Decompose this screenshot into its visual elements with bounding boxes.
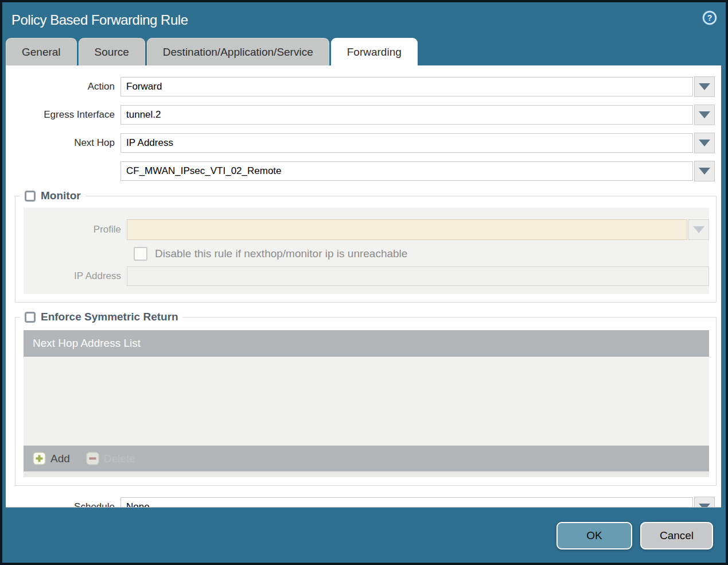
egress-interface-input[interactable] <box>120 105 693 125</box>
chevron-down-icon <box>693 226 704 233</box>
egress-interface-row: Egress Interface <box>6 105 715 125</box>
next-hop-address-list-toolbar: Add Delete <box>24 446 709 471</box>
schedule-row: Schedule <box>6 497 715 508</box>
action-label: Action <box>6 81 120 92</box>
next-hop-address-dropdown-button[interactable] <box>694 161 715 181</box>
disable-rule-row: Disable this rule if nexthop/monitor ip … <box>134 247 709 261</box>
next-hop-label: Next Hop <box>6 137 120 149</box>
disable-rule-checkbox <box>134 247 147 261</box>
delete-button-label: Delete <box>104 452 135 465</box>
delete-button: Delete <box>86 452 135 465</box>
monitor-section-title: Monitor <box>41 189 81 202</box>
tab-bar: General Source Destination/Application/S… <box>6 38 726 65</box>
schedule-label: Schedule <box>6 501 120 508</box>
schedule-input[interactable] <box>120 497 693 508</box>
forwarding-tab-panel: Action Egress Interface Next Hop <box>6 65 721 508</box>
profile-dropdown-button <box>688 219 709 240</box>
tab-source[interactable]: Source <box>79 38 145 65</box>
add-button[interactable]: Add <box>33 452 70 465</box>
chevron-down-icon <box>699 111 710 118</box>
chevron-down-icon <box>699 168 710 175</box>
next-hop-address-row <box>6 161 715 181</box>
dialog-footer: OK Cancel <box>2 508 726 563</box>
profile-row: Profile <box>24 219 709 240</box>
monitor-ip-address-label: IP Address <box>24 270 127 282</box>
next-hop-address-list-table: Next Hop Address List Add <box>24 330 709 477</box>
next-hop-input[interactable] <box>120 133 693 153</box>
svg-text:?: ? <box>707 13 713 22</box>
tab-forwarding[interactable]: Forwarding <box>331 38 418 65</box>
schedule-dropdown-button[interactable] <box>694 497 715 508</box>
plus-icon <box>33 452 46 465</box>
next-hop-dropdown-button[interactable] <box>694 133 715 153</box>
action-input[interactable] <box>120 77 693 96</box>
minus-icon <box>86 452 99 465</box>
tab-destination-application-service[interactable]: Destination/Application/Service <box>147 38 329 65</box>
monitor-ip-address-row: IP Address <box>24 266 709 286</box>
enforce-symmetric-return-title: Enforce Symmetric Return <box>41 311 178 323</box>
chevron-down-icon <box>699 83 710 90</box>
egress-interface-dropdown-button[interactable] <box>694 105 715 125</box>
next-hop-address-list-header: Next Hop Address List <box>24 330 709 357</box>
ok-button[interactable]: OK <box>556 522 632 549</box>
chevron-down-icon <box>699 504 710 508</box>
tab-general[interactable]: General <box>6 38 77 65</box>
profile-label: Profile <box>24 224 127 235</box>
dialog-title: Policy Based Forwarding Rule <box>11 12 188 28</box>
action-row: Action <box>6 76 715 97</box>
monitor-section: Monitor Profile Disable this rule if nex… <box>15 189 717 303</box>
next-hop-address-list-body[interactable] <box>24 357 709 446</box>
chevron-down-icon <box>699 140 710 146</box>
pbf-rule-dialog: Policy Based Forwarding Rule ? General S… <box>0 0 728 565</box>
monitor-checkbox[interactable] <box>25 191 36 202</box>
action-dropdown-button[interactable] <box>694 76 715 97</box>
cancel-button[interactable]: Cancel <box>640 522 713 549</box>
enforce-symmetric-return-section: Enforce Symmetric Return Next Hop Addres… <box>15 311 717 486</box>
next-hop-row: Next Hop <box>6 133 715 153</box>
dialog-titlebar: Policy Based Forwarding Rule ? <box>2 2 726 38</box>
disable-rule-label: Disable this rule if nexthop/monitor ip … <box>155 247 407 260</box>
monitor-panel: Profile Disable this rule if nexthop/mon… <box>24 208 709 294</box>
next-hop-address-input[interactable] <box>120 161 693 181</box>
help-icon[interactable]: ? <box>702 10 718 26</box>
enforce-symmetric-return-checkbox[interactable] <box>25 312 36 323</box>
profile-input <box>127 219 687 240</box>
add-button-label: Add <box>50 452 70 465</box>
egress-interface-label: Egress Interface <box>6 109 120 121</box>
monitor-ip-address-input <box>127 266 709 286</box>
table-scrollbar-track <box>24 471 709 477</box>
